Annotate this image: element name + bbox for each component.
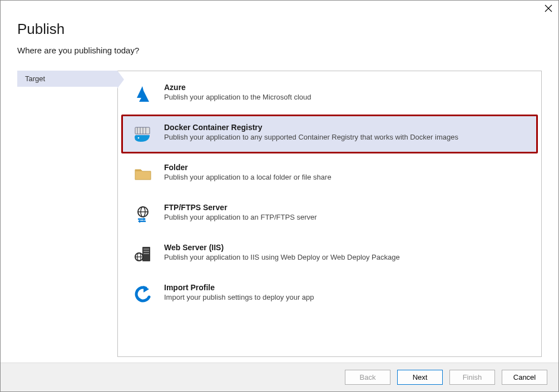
dialog-footer: Back Next Finish Cancel [1, 363, 558, 391]
option-azure[interactable]: Azure Publish your application to the Mi… [121, 75, 538, 113]
svg-rect-14 [144, 253, 149, 254]
ftp-icon [133, 205, 152, 224]
svg-rect-13 [144, 251, 149, 252]
option-title: Folder [164, 163, 332, 172]
option-desc: Publish your application to any supporte… [164, 133, 458, 141]
option-docker[interactable]: Docker Container Registry Publish your a… [121, 115, 538, 153]
azure-icon [133, 85, 152, 103]
page-title: Publish [17, 21, 542, 38]
option-folder[interactable]: Folder Publish your application to a loc… [121, 155, 538, 193]
option-import[interactable]: Import Profile Import your publish setti… [121, 275, 538, 314]
option-iis[interactable]: Web Server (IIS) Publish your applicatio… [121, 235, 538, 274]
cancel-button[interactable]: Cancel [502, 370, 547, 385]
option-title: FTP/FTPS Server [164, 203, 317, 212]
step-target[interactable]: Target [17, 71, 117, 87]
option-desc: Publish your application to the Microsof… [164, 93, 311, 101]
publish-dialog: Publish Where are you publishing today? … [0, 0, 559, 392]
step-list: Target [17, 65, 117, 363]
finish-button[interactable]: Finish [449, 370, 495, 385]
page-subtitle: Where are you publishing today? [17, 46, 542, 55]
step-label: Target [25, 75, 45, 83]
option-desc: Publish your application to an FTP/FTPS … [164, 213, 317, 221]
svg-rect-12 [144, 249, 149, 250]
iis-icon [133, 245, 152, 264]
option-title: Docker Container Registry [164, 123, 458, 132]
next-button[interactable]: Next [397, 370, 443, 385]
back-button[interactable]: Back [345, 370, 390, 385]
option-ftp[interactable]: FTP/FTPS Server Publish your application… [121, 195, 538, 234]
target-options: Azure Publish your application to the Mi… [117, 71, 542, 357]
import-icon [133, 285, 152, 304]
option-desc: Publish your application to a local fold… [164, 173, 332, 181]
option-title: Azure [164, 83, 311, 92]
svg-point-7 [138, 137, 140, 139]
option-desc: Publish your application to IIS using We… [164, 253, 400, 261]
option-title: Import Profile [164, 283, 314, 292]
option-title: Web Server (IIS) [164, 243, 400, 252]
folder-icon [133, 165, 152, 183]
close-icon[interactable] [544, 4, 553, 13]
docker-icon [133, 124, 153, 144]
option-desc: Import your publish settings to deploy y… [164, 293, 314, 301]
